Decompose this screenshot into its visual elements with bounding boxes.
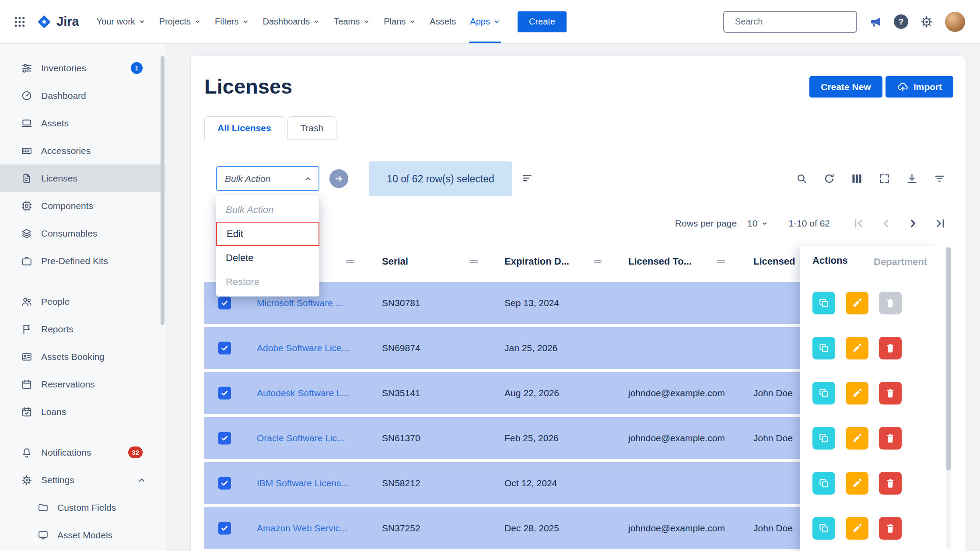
apply-bulk-action-button[interactable]	[329, 169, 348, 188]
menu-item-restore[interactable]: Restore	[216, 270, 319, 294]
announcements-icon[interactable]	[869, 15, 882, 28]
download-icon[interactable]	[906, 173, 918, 185]
nav-filters[interactable]: Filters	[208, 0, 256, 43]
nav-apps[interactable]: Apps	[463, 0, 507, 43]
nav-teams[interactable]: Teams	[327, 0, 377, 43]
pencil-icon	[852, 298, 862, 308]
import-button[interactable]: Import	[886, 76, 953, 98]
create-button[interactable]: Create	[518, 11, 567, 32]
sidebar-item-components[interactable]: Components	[0, 192, 165, 220]
sidebar-item-assets[interactable]: Assets	[0, 109, 165, 137]
menu-item-bulk-action[interactable]: Bulk Action	[216, 198, 319, 222]
sort-lines-icon[interactable]	[522, 172, 534, 185]
chevron-down-icon	[363, 18, 370, 25]
edit-button[interactable]	[846, 472, 868, 495]
delete-button[interactable]	[879, 382, 902, 405]
filter-icon[interactable]	[934, 173, 945, 185]
delete-button[interactable]	[879, 517, 902, 540]
table-scrollbar-thumb[interactable]	[946, 247, 951, 470]
columns-icon[interactable]	[851, 173, 863, 185]
nav-projects[interactable]: Projects	[152, 0, 208, 43]
sidebar-item-pre-defined-kits[interactable]: Pre-Defined Kits	[0, 247, 165, 275]
nav-plans[interactable]: Plans	[377, 0, 423, 43]
jira-logo[interactable]: Jira	[37, 14, 79, 29]
sidebar-item-settings[interactable]: Settings	[0, 466, 165, 494]
sidebar-item-consumables[interactable]: Consumables	[0, 220, 165, 247]
user-avatar[interactable]	[945, 12, 965, 32]
row-checkbox[interactable]	[218, 432, 231, 445]
refresh-icon[interactable]	[823, 173, 835, 185]
create-new-button[interactable]: Create New	[809, 76, 882, 98]
delete-button[interactable]	[879, 427, 902, 450]
duplicate-button[interactable]	[812, 517, 835, 540]
rows-per-page-select[interactable]: 10	[747, 218, 768, 229]
license-name-link[interactable]: IBM Software Licens...	[257, 478, 349, 488]
column-header-expiration[interactable]: Expiration D...	[504, 256, 569, 267]
column-header-licensed-to[interactable]: Licensed To...	[628, 256, 692, 267]
global-search[interactable]	[723, 11, 857, 33]
row-checkbox[interactable]	[218, 477, 231, 490]
column-drag-icon[interactable]	[593, 258, 602, 265]
duplicate-button[interactable]	[812, 382, 835, 405]
top-navigation: Jira Your work Projects Filters Dashboar…	[0, 0, 980, 44]
sidebar-item-reservations[interactable]: Reservations	[0, 370, 165, 398]
sidebar-item-reports[interactable]: Reports	[0, 315, 165, 343]
app-switcher-icon[interactable]	[13, 15, 26, 28]
license-name-link[interactable]: Oracle Software Lic...	[257, 433, 345, 443]
tab-all-licenses[interactable]: All Licenses	[204, 116, 284, 139]
license-name-link[interactable]: Microsoft Software ...	[257, 298, 343, 308]
sidebar-item-inventories[interactable]: Inventories 1	[0, 54, 165, 82]
menu-item-edit[interactable]: Edit	[216, 222, 319, 246]
license-name-link[interactable]: Autodesk Software L...	[257, 388, 349, 398]
sidebar-item-dashboard[interactable]: Dashboard	[0, 82, 165, 109]
help-icon[interactable]: ?	[894, 14, 908, 29]
delete-button[interactable]	[879, 472, 902, 495]
sidebar-item-people[interactable]: People	[0, 288, 165, 315]
row-checkbox[interactable]	[218, 342, 231, 355]
previous-page-button[interactable]	[880, 217, 892, 230]
last-page-button[interactable]	[934, 217, 946, 230]
search-input[interactable]	[735, 17, 851, 27]
sidebar-item-assets-booking[interactable]: Assets Booking	[0, 343, 165, 370]
edit-button[interactable]	[846, 427, 868, 450]
column-drag-icon[interactable]	[345, 258, 355, 265]
edit-button[interactable]	[846, 517, 868, 540]
column-drag-icon[interactable]	[469, 258, 479, 265]
nav-assets[interactable]: Assets	[423, 0, 463, 43]
sidebar-item-licenses[interactable]: Licenses	[0, 164, 165, 192]
column-header-serial[interactable]: Serial	[382, 256, 408, 267]
edit-button[interactable]	[846, 337, 868, 359]
menu-item-delete[interactable]: Delete	[216, 246, 319, 270]
sidebar-item-loans[interactable]: Loans	[0, 398, 165, 425]
duplicate-button[interactable]	[812, 292, 835, 314]
license-name-link[interactable]: Amazon Web Servic...	[257, 523, 347, 534]
first-page-button[interactable]	[853, 217, 865, 230]
delete-button[interactable]	[879, 292, 902, 314]
search-icon[interactable]	[796, 173, 808, 185]
sidebar-item-accessories[interactable]: Accessories	[0, 137, 165, 164]
table-scrollbar[interactable]	[946, 247, 951, 549]
sidebar-item-asset-models[interactable]: Asset Models	[0, 521, 165, 549]
nav-dashboards[interactable]: Dashboards	[256, 0, 327, 43]
edit-button[interactable]	[846, 382, 868, 405]
tab-trash[interactable]: Trash	[287, 116, 337, 139]
duplicate-button[interactable]	[812, 472, 835, 495]
sidebar-item-custom-fields[interactable]: Custom Fields	[0, 494, 165, 521]
column-header-licensed[interactable]: Licensed	[753, 256, 795, 267]
next-page-button[interactable]	[907, 217, 919, 230]
delete-button[interactable]	[879, 337, 902, 359]
bulk-action-select[interactable]: Bulk Action	[216, 166, 319, 191]
column-drag-icon[interactable]	[716, 258, 726, 265]
fullscreen-icon[interactable]	[878, 173, 890, 185]
license-name-link[interactable]: Adobe Software Lice...	[257, 343, 349, 353]
duplicate-button[interactable]	[812, 427, 835, 450]
edit-button[interactable]	[846, 292, 868, 314]
sidebar-item-notifications[interactable]: Notifications 32	[0, 439, 165, 466]
duplicate-button[interactable]	[812, 337, 835, 359]
settings-gear-icon[interactable]	[920, 15, 933, 28]
row-checkbox[interactable]	[218, 297, 231, 310]
sidebar-scrollbar[interactable]	[161, 56, 164, 325]
row-checkbox[interactable]	[218, 522, 231, 535]
row-checkbox[interactable]	[218, 387, 231, 400]
nav-your-work[interactable]: Your work	[90, 0, 152, 43]
